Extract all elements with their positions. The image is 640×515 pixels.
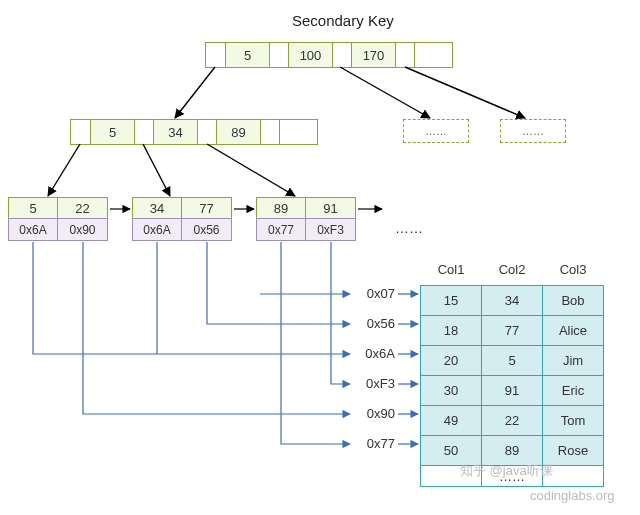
svg-line-0 [175, 67, 215, 118]
svg-line-2 [405, 67, 525, 118]
svg-line-5 [207, 144, 295, 196]
svg-line-1 [340, 67, 430, 118]
svg-line-3 [48, 144, 80, 196]
connector-arrows [0, 0, 640, 515]
svg-line-4 [143, 144, 170, 196]
